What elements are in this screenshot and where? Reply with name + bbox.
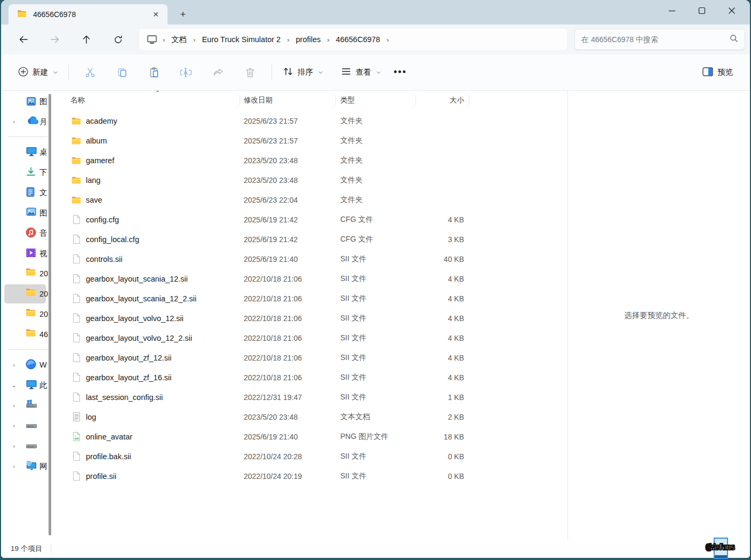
file-name: log: [86, 413, 96, 421]
paste-button[interactable]: [142, 62, 166, 83]
file-name-cell: save: [57, 195, 240, 205]
folder-icon: [71, 136, 81, 146]
more-options-button[interactable]: •••: [386, 67, 414, 78]
file-date-cell: 2025/6/19 21:42: [240, 235, 336, 244]
column-header-type[interactable]: 类型: [336, 91, 416, 109]
sidebar-item-drive-3[interactable]: ›: [1, 436, 54, 455]
sidebar-item-this-pc[interactable]: ⌄此: [1, 375, 54, 395]
sidebar-item-onedrive[interactable]: ›月: [1, 112, 54, 131]
table-row[interactable]: last_session_config.sii2022/12/31 19:47S…: [57, 387, 568, 407]
minimize-button[interactable]: [657, 0, 687, 21]
table-row[interactable]: album2025/6/23 21:57文件夹: [57, 131, 568, 150]
share-button[interactable]: [206, 62, 230, 83]
sidebar-item-folder-20b[interactable]: 20: [1, 284, 54, 303]
close-button[interactable]: [717, 0, 747, 21]
table-row[interactable]: log2023/5/20 23:48文本文档2 KB: [57, 407, 568, 427]
file-name: lang: [86, 176, 100, 185]
breadcrumb-item[interactable]: 文档: [167, 32, 191, 47]
monitor-icon[interactable]: [143, 35, 161, 44]
sidebar-item-drive-2[interactable]: ›: [1, 416, 54, 435]
chevron-right-icon[interactable]: ›: [11, 402, 17, 409]
breadcrumb-item[interactable]: 46656C6978: [332, 33, 385, 46]
chevron-right-icon[interactable]: ›: [11, 463, 17, 469]
sidebar-item-drive-os[interactable]: ›: [1, 396, 54, 415]
sidebar-item-label: 图: [39, 208, 47, 218]
table-row[interactable]: config_local.cfg2025/6/19 21:42CFG 文件3 K…: [57, 229, 568, 249]
sidebar-item-pictures[interactable]: 图: [1, 203, 54, 222]
file-name-cell: gearbox_layout_volvo_12_2.sii: [57, 333, 240, 343]
table-row[interactable]: save2025/6/23 22:04文件夹: [57, 190, 568, 210]
folder-icon: [26, 288, 37, 300]
forward-button[interactable]: [44, 30, 66, 49]
tab-close-icon[interactable]: ✕: [149, 8, 162, 21]
view-button[interactable]: 查看: [335, 62, 386, 82]
file-name-cell: academy: [57, 116, 240, 126]
table-row[interactable]: gameref2023/5/20 23:48文件夹: [57, 150, 568, 170]
table-row[interactable]: gearbox_layout_zf_16.sii2022/10/18 21:06…: [57, 367, 568, 387]
breadcrumb-item[interactable]: profiles: [292, 33, 325, 46]
cut-button[interactable]: [78, 62, 102, 83]
search-input[interactable]: [581, 35, 730, 44]
file-size-cell: 3 KB: [416, 235, 469, 244]
sidebar-item-label: 桌: [39, 147, 47, 157]
copy-button[interactable]: [110, 62, 134, 83]
maximize-button[interactable]: [687, 0, 717, 21]
explorer-tab[interactable]: 46656C6978 ✕: [9, 4, 167, 25]
breadcrumb-item[interactable]: Euro Truck Simulator 2: [198, 33, 285, 46]
chevron-right-icon[interactable]: ›: [11, 118, 17, 125]
table-row[interactable]: config.cfg2025/6/19 21:42CFG 文件4 KB: [57, 210, 568, 229]
sidebar-item-folder-20a[interactable]: 20: [1, 264, 54, 283]
sort-button[interactable]: 排序: [277, 62, 328, 83]
table-row[interactable]: lang2023/5/20 23:48文件夹: [57, 170, 568, 190]
sidebar-item-folder-20c[interactable]: 20: [1, 305, 54, 324]
chevron-right-icon[interactable]: ›: [11, 443, 17, 449]
new-button[interactable]: 新建: [13, 62, 63, 83]
table-row[interactable]: profile.bak.sii2022/10/24 20:28SII 文件0 K…: [57, 446, 568, 466]
refresh-button[interactable]: [107, 30, 129, 49]
text-file-icon: [71, 412, 81, 422]
back-button[interactable]: [13, 30, 34, 49]
sidebar-item-documents[interactable]: 文: [1, 183, 54, 202]
column-header-name[interactable]: 名称: [57, 91, 240, 109]
preview-pane: 选择要预览的文件。: [568, 91, 750, 540]
sidebar-scrollbar[interactable]: [49, 94, 51, 535]
table-row[interactable]: controls.sii2025/6/19 21:40SII 文件40 KB: [57, 249, 568, 269]
up-button[interactable]: [76, 30, 97, 49]
table-row[interactable]: gearbox_layout_volvo_12.sii2022/10/18 21…: [57, 308, 568, 328]
sidebar-item-wps[interactable]: ›W: [1, 355, 54, 374]
table-row[interactable]: gearbox_layout_scania_12_2.sii2022/10/18…: [57, 289, 568, 308]
file-date-cell: 2025/6/23 21:57: [240, 137, 336, 145]
search-icon[interactable]: [730, 34, 738, 45]
sidebar-item-folder-46[interactable]: 46: [1, 325, 54, 344]
chevron-right-icon[interactable]: ›: [11, 422, 17, 429]
rename-button[interactable]: [174, 62, 198, 83]
sidebar-item-music[interactable]: 音: [1, 223, 54, 243]
sidebar-item-downloads[interactable]: 下: [1, 163, 54, 182]
sidebar-divider: [8, 137, 48, 137]
chevron-down-icon[interactable]: ⌄: [11, 382, 17, 389]
file-name-cell: album: [57, 136, 240, 146]
table-row[interactable]: gearbox_layout_scania_12.sii2022/10/18 2…: [57, 269, 568, 289]
table-row[interactable]: profile.sii2022/10/24 20:19SII 文件0 KB: [57, 466, 568, 486]
sidebar-item-gallery[interactable]: 图: [1, 92, 54, 111]
sidebar-item-network[interactable]: ›网: [1, 457, 54, 476]
preview-toggle-button[interactable]: 预览: [697, 63, 738, 82]
downloads-icon: [26, 166, 37, 178]
column-header-size[interactable]: 大小: [416, 91, 469, 109]
table-row[interactable]: academy2025/6/23 21:57文件夹: [57, 111, 568, 131]
sidebar-item-videos[interactable]: 视: [1, 244, 54, 263]
new-plus-icon: [18, 67, 28, 78]
watermark: @Wefans: [696, 538, 745, 559]
delete-button[interactable]: [238, 62, 262, 83]
folder-icon: [71, 175, 81, 185]
column-header-date[interactable]: 修改日期: [240, 91, 336, 109]
file-name: academy: [86, 117, 117, 125]
table-row[interactable]: online_avatar2025/6/19 21:40PNG 图片文件18 K…: [57, 427, 568, 446]
main-area: 图›月桌下文图音视20202046›W⌄此››››网 ⌃ 名称 修改日期 类型 …: [1, 91, 750, 540]
table-row[interactable]: gearbox_layout_volvo_12_2.sii2022/10/18 …: [57, 328, 568, 348]
file-type-cell: SII 文件: [336, 254, 416, 264]
table-row[interactable]: gearbox_layout_zf_12.sii2022/10/18 21:06…: [57, 348, 568, 367]
new-tab-button[interactable]: +: [175, 6, 191, 22]
chevron-right-icon[interactable]: ›: [11, 362, 17, 368]
sidebar-item-desktop[interactable]: 桌: [1, 142, 54, 162]
